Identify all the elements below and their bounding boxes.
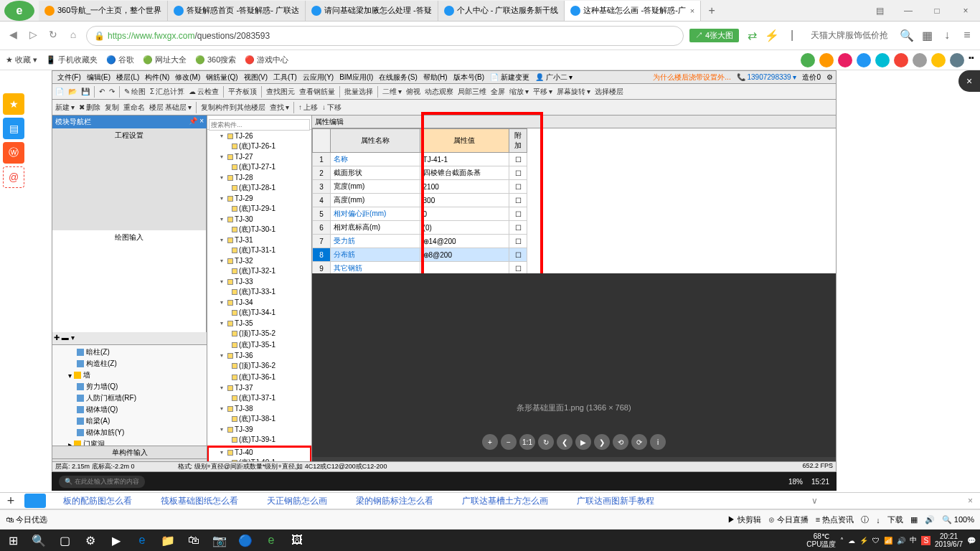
search-icon[interactable]: 🔍 bbox=[900, 29, 914, 43]
menu-help[interactable]: 帮助(H) bbox=[421, 72, 450, 83]
image-viewer[interactable]: 条形基础里面1.png (980 × 551) + − 1:1 ↻ ❮ ▶ ❯… bbox=[312, 273, 836, 457]
property-row[interactable]: 8分布筋⊕8@200☐ bbox=[313, 248, 527, 262]
tab-0[interactable]: 360导航_一个主页，整个世界 bbox=[39, 1, 168, 21]
project-selector[interactable]: 👤 广小二 ▾ bbox=[533, 72, 575, 83]
play-button[interactable]: ▶ bbox=[575, 434, 591, 450]
minimize-button[interactable]: — bbox=[894, 1, 923, 21]
app-icon[interactable]: 📷 bbox=[207, 529, 232, 551]
component-child[interactable]: (底)TJ-36-1 bbox=[209, 372, 310, 383]
app-icon[interactable]: ▶ bbox=[103, 529, 129, 551]
property-row[interactable]: 5相对偏心距(mm)0☐ bbox=[313, 207, 527, 221]
suggestion-link[interactable]: 广联达基槽土方怎么画 bbox=[448, 495, 562, 507]
component-child[interactable]: (顶)TJ-35-2 bbox=[209, 328, 310, 339]
tb-floor-sel[interactable]: 楼层 基础层 ▾ bbox=[149, 103, 192, 113]
tree-group-wall[interactable]: ▾ 墙 bbox=[54, 369, 205, 381]
tray-icon[interactable]: S bbox=[921, 536, 930, 545]
component-item[interactable]: ▾TJ-27 bbox=[209, 152, 310, 161]
zoom-label[interactable]: 🔍 100% bbox=[942, 515, 974, 524]
menu-floor[interactable]: 楼层(L) bbox=[114, 72, 141, 83]
tb-undo-icon[interactable]: ↶ bbox=[99, 88, 105, 95]
tree-item[interactable]: 砌体墙(Q) bbox=[54, 404, 205, 415]
property-row[interactable]: 2截面形状四棱锥台截面条基☐ bbox=[313, 166, 527, 180]
favorites-button[interactable]: ★ 收藏 ▾ bbox=[6, 55, 37, 65]
app-icon[interactable]: 🖼 bbox=[284, 529, 310, 551]
tb-redo-icon[interactable]: ↷ bbox=[109, 88, 115, 95]
component-child[interactable]: (底)TJ-28-1 bbox=[209, 182, 310, 194]
tab-3[interactable]: 个人中心 - 广联达服务新干线 bbox=[438, 1, 565, 21]
component-item[interactable]: ▾TJ-37 bbox=[209, 383, 310, 392]
nav-tab-single[interactable]: 单构件输入 bbox=[52, 446, 207, 458]
app-icon[interactable]: 🔵 bbox=[232, 529, 258, 551]
ext-icon[interactable] bbox=[801, 53, 815, 67]
edge-icon[interactable]: e bbox=[129, 529, 155, 551]
download-label[interactable]: 下载 bbox=[887, 514, 903, 525]
icon2[interactable]: ↓ bbox=[876, 516, 880, 524]
tb-fullscreen[interactable]: 全屏 bbox=[491, 87, 505, 97]
component-item[interactable]: ▾TJ-28 bbox=[209, 173, 310, 182]
menu-edit[interactable]: 编辑(E) bbox=[85, 72, 113, 83]
component-child[interactable]: (底)TJ-26-1 bbox=[209, 141, 310, 152]
component-child[interactable]: (底)TJ-30-1 bbox=[209, 224, 310, 235]
explorer-icon[interactable]: 📁 bbox=[155, 529, 181, 551]
tb-moveup[interactable]: ↑ 上移 bbox=[298, 103, 318, 113]
menu-online[interactable]: 在线服务(S) bbox=[377, 72, 419, 83]
browser-logo[interactable]: e bbox=[4, 1, 34, 21]
component-item[interactable]: ▾TJ-31 bbox=[209, 235, 310, 245]
tb-top[interactable]: 俯视 bbox=[406, 87, 420, 97]
taskview-button[interactable]: ▢ bbox=[52, 529, 77, 551]
close-icon[interactable]: × bbox=[690, 6, 694, 15]
tray-icon[interactable]: 🔊 bbox=[897, 537, 905, 545]
ext-icon[interactable] bbox=[857, 53, 871, 67]
reload-button[interactable]: ↻ bbox=[46, 29, 60, 43]
property-row[interactable]: 3宽度(mm)2100☐ bbox=[313, 180, 527, 194]
store-icon[interactable]: 🛍 bbox=[181, 529, 207, 551]
app-icon[interactable]: ⚙ bbox=[77, 529, 103, 551]
today-picks[interactable]: 🛍 今日优选 bbox=[6, 514, 47, 525]
property-row[interactable]: 1名称TJ-41-1☐ bbox=[313, 153, 527, 166]
bookmark-item[interactable]: 🟢 网址大全 bbox=[143, 55, 187, 65]
tb-pan[interactable]: 平移 ▾ bbox=[533, 87, 552, 97]
tray-icon[interactable]: 📶 bbox=[884, 537, 892, 545]
tb-rotate[interactable]: 屏幕旋转 ▾ bbox=[557, 87, 590, 97]
zoom-in-button[interactable]: + bbox=[482, 434, 498, 450]
forward-button[interactable]: ▷ bbox=[26, 29, 40, 43]
close-button[interactable]: × bbox=[951, 1, 980, 21]
tray-icon[interactable]: ☁ bbox=[848, 537, 855, 545]
rotate-button[interactable]: ↻ bbox=[538, 434, 554, 450]
menu-bim[interactable]: BIM应用(I) bbox=[337, 72, 375, 83]
tb-align[interactable]: 平齐板顶 bbox=[228, 87, 257, 97]
doc-widget[interactable]: ▤ bbox=[3, 118, 24, 139]
flash-icon[interactable]: ⚡ bbox=[765, 29, 779, 43]
add-button[interactable]: + bbox=[0, 494, 22, 509]
url-input[interactable]: 🔒 https://www.fwxgx.com/questions/208359… bbox=[86, 26, 684, 46]
prev-button[interactable]: ❮ bbox=[557, 434, 573, 450]
component-item[interactable]: ▾TJ-26 bbox=[209, 131, 310, 141]
component-tree[interactable]: ▾TJ-26(底)TJ-26-1▾TJ-27(底)TJ-27-1▾TJ-28(底… bbox=[207, 130, 311, 471]
nav-tree[interactable]: 暗柱(Z) 构造柱(Z) ▾ 墙 剪力墙(Q) 人防门框墙(RF) 砌体墙(Q)… bbox=[52, 345, 207, 446]
menu-file[interactable]: 文件(F) bbox=[55, 72, 83, 83]
overlay-close-button[interactable]: × bbox=[958, 70, 980, 92]
tb-copy[interactable]: 复制 bbox=[105, 103, 119, 113]
component-child[interactable]: (底)TJ-27-1 bbox=[209, 161, 310, 173]
tb-orbit[interactable]: 动态观察 bbox=[425, 87, 453, 97]
suggestion-link[interactable]: 广联达画图新手教程 bbox=[562, 495, 669, 507]
pin-icon[interactable]: 📌 × bbox=[189, 117, 204, 127]
ad-link[interactable]: 天猫大牌服饰低价抢 bbox=[811, 29, 888, 42]
tb-local3d[interactable]: 局部三维 bbox=[458, 87, 486, 97]
ext-icon[interactable] bbox=[913, 53, 927, 67]
tb-select-floor[interactable]: 选择楼层 bbox=[595, 87, 623, 97]
new-tab-button[interactable]: + bbox=[701, 4, 722, 17]
suggestion-link[interactable]: 筏板基础图纸怎么看 bbox=[146, 495, 253, 507]
tb-draw[interactable]: ✎ 绘图 bbox=[124, 87, 146, 97]
bookmark-item[interactable]: 🔴 游戏中心 bbox=[245, 55, 288, 65]
ext-icon[interactable] bbox=[838, 53, 852, 67]
at-widget[interactable]: @ bbox=[3, 166, 24, 188]
extension-icon[interactable]: ▦ bbox=[920, 29, 934, 43]
home-button[interactable]: ⌂ bbox=[66, 29, 80, 43]
download-icon[interactable]: ↓ bbox=[940, 29, 954, 43]
component-item[interactable]: ▾TJ-32 bbox=[209, 256, 310, 265]
search-button[interactable]: 🔍 bbox=[26, 529, 52, 551]
tb-movedown[interactable]: ↓ 下移 bbox=[322, 103, 341, 113]
component-child[interactable]: (底)TJ-29-1 bbox=[209, 203, 310, 215]
component-item[interactable]: ▾TJ-30 bbox=[209, 215, 310, 224]
